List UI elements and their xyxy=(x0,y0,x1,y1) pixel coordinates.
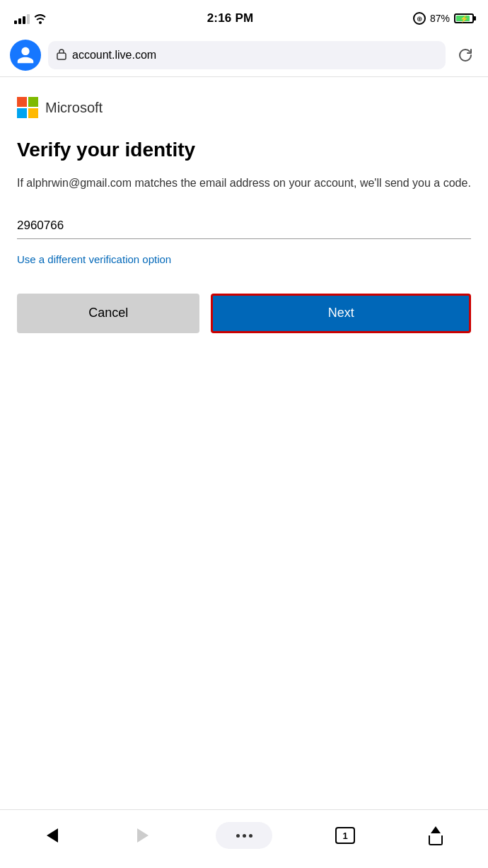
status-bar: 2:16 PM ⊕ 87% ⚡ xyxy=(0,0,488,34)
cancel-button[interactable]: Cancel xyxy=(17,294,199,333)
bottom-nav: 1 xyxy=(0,809,488,868)
page-description: If alphrwin@gmail.com matches the email … xyxy=(17,175,471,192)
status-right: ⊕ 87% ⚡ xyxy=(413,12,474,25)
screen-lock-icon: ⊕ xyxy=(413,12,426,25)
verification-input-wrapper xyxy=(17,214,471,239)
back-button[interactable] xyxy=(35,820,70,851)
battery-icon: ⚡ xyxy=(454,13,474,23)
button-row: Cancel Next xyxy=(17,294,471,333)
signal-bar-1 xyxy=(14,21,17,24)
status-time: 2:16 PM xyxy=(207,11,254,25)
wifi-icon xyxy=(33,13,47,24)
next-button[interactable]: Next xyxy=(211,294,471,333)
user-avatar[interactable] xyxy=(10,40,41,71)
page-title: Verify your identity xyxy=(17,138,471,162)
dot-icon-2 xyxy=(243,834,246,838)
microsoft-squares-icon xyxy=(17,97,38,118)
more-button[interactable] xyxy=(216,822,272,849)
ms-square-green xyxy=(28,97,38,107)
dot-icon-3 xyxy=(249,834,252,838)
share-button[interactable] xyxy=(418,820,453,851)
ms-square-blue xyxy=(17,108,27,118)
signal-bar-3 xyxy=(23,16,25,24)
refresh-button[interactable] xyxy=(453,42,478,68)
signal-bar-4 xyxy=(27,14,30,24)
ms-square-yellow xyxy=(28,108,38,118)
forward-arrow-icon xyxy=(137,828,149,843)
alt-verification-link[interactable]: Use a different verification option xyxy=(17,253,171,265)
svg-rect-0 xyxy=(57,53,66,59)
url-lock-icon xyxy=(57,48,66,62)
tab-count-icon: 1 xyxy=(335,827,355,844)
status-left xyxy=(14,13,47,24)
ms-square-red xyxy=(17,97,27,107)
browser-bar: account.live.com xyxy=(0,34,488,77)
verification-input[interactable] xyxy=(17,214,471,239)
url-bar[interactable]: account.live.com xyxy=(48,41,446,69)
share-arrow-icon xyxy=(431,826,441,833)
share-icon xyxy=(429,826,443,845)
microsoft-logo: Microsoft xyxy=(17,97,471,118)
url-text: account.live.com xyxy=(72,49,437,62)
forward-button[interactable] xyxy=(125,820,161,851)
signal-bars-icon xyxy=(14,13,30,24)
share-box-icon xyxy=(429,835,443,845)
tab-button[interactable]: 1 xyxy=(327,820,363,851)
battery-percent: 87% xyxy=(430,13,450,24)
dot-icon-1 xyxy=(236,834,240,838)
page-content: Microsoft Verify your identity If alphrw… xyxy=(0,77,488,809)
microsoft-brand-name: Microsoft xyxy=(45,100,103,116)
signal-bar-2 xyxy=(18,18,21,24)
back-arrow-icon xyxy=(47,828,58,843)
